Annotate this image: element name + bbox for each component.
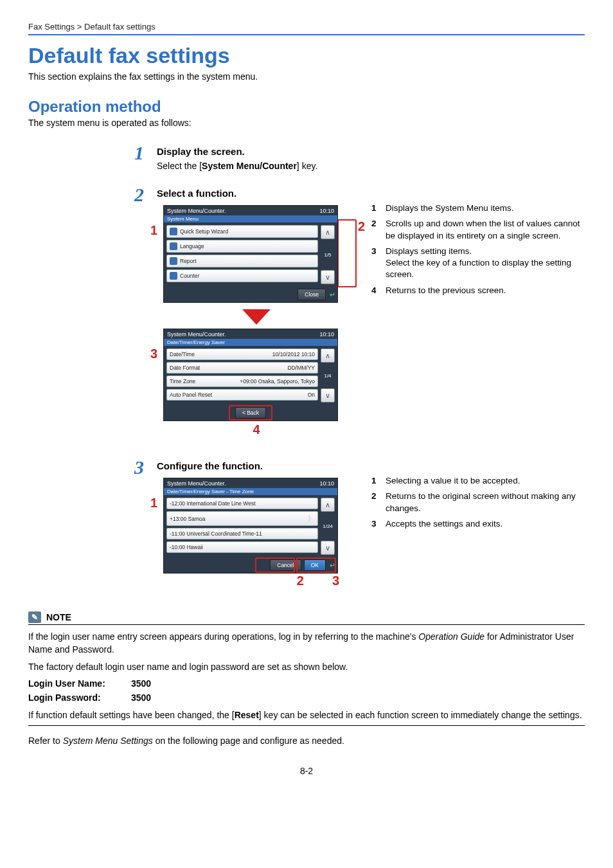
step-number-3: 3	[118, 458, 144, 477]
cancel-button[interactable]: Cancel	[270, 559, 301, 571]
screen3-page-frac: 1/24	[323, 523, 333, 529]
setting-date-time[interactable]: Date/Time10/10/2012 10:10	[166, 348, 318, 360]
screen3-time: 10:10	[319, 480, 334, 487]
page-number: 8-2	[28, 766, 585, 776]
screen2-subtitle: Date/Timer/Energy Saver	[164, 339, 337, 346]
callout-1: 1	[150, 223, 157, 238]
menu-item-language[interactable]: Language	[166, 240, 318, 253]
tz-option-1[interactable]: -12:00 International Date Line West	[166, 498, 318, 509]
note-rule-bottom	[28, 725, 585, 726]
login-pass-value: 3500	[131, 691, 151, 704]
legend-text: Displays the System Menu items.	[386, 203, 585, 214]
screen2-title: System Menu/Counter.	[167, 331, 226, 338]
callout-1b: 1	[150, 496, 157, 511]
legend-text: Returns to the previous screen.	[386, 285, 585, 296]
device-screen-3: System Menu/Counter. 10:10 Date/Timer/En…	[163, 478, 338, 574]
enter-icon: ↵	[330, 291, 335, 299]
menu-item-quick-setup[interactable]: Quick Setup Wizard	[166, 225, 318, 238]
legend-text: Returns to the original screen without m…	[386, 491, 585, 514]
tz-option-3[interactable]: -11:00 Universal Coordinated Time-11	[166, 528, 318, 539]
setting-date-format[interactable]: Date FormatDD/MM/YY	[166, 362, 318, 374]
menu-item-report[interactable]: Report	[166, 255, 318, 267]
note-icon: ✎	[28, 611, 41, 623]
menu-item-counter[interactable]: Counter	[166, 269, 318, 282]
step-number-1: 1	[118, 143, 144, 163]
legend-num: 3	[371, 518, 386, 530]
legend-num: 2	[371, 491, 386, 514]
login-user-value: 3500	[131, 677, 151, 690]
chevron-right-icon: 〉	[308, 514, 315, 523]
screen2-page-frac: 1/4	[324, 373, 331, 379]
scroll-up-button[interactable]: ∧	[321, 225, 335, 239]
ok-button[interactable]: OK	[304, 559, 326, 571]
note-body: If the login user name entry screen appe…	[28, 630, 585, 721]
step-3-heading: Configure the function.	[157, 460, 585, 471]
breadcrumb: Fax Settings > Default fax settings	[28, 22, 585, 32]
callout-3: 3	[150, 347, 157, 361]
login-user-label: Login User Name:	[28, 677, 131, 690]
callout-2b: 2	[297, 574, 304, 588]
legend-num: 3	[371, 246, 386, 281]
scroll-down-button[interactable]: ∨	[321, 541, 335, 555]
down-arrow-icon	[242, 309, 271, 325]
legend-text: Accepts the settings and exits.	[386, 518, 585, 530]
section-subtitle: Operation method	[28, 98, 585, 116]
legend-text: Selecting a value it to be accepted.	[386, 475, 585, 487]
callout-box-2	[337, 219, 357, 287]
device-screen-1: System Menu/Counter. 10:10 System Menu Q…	[163, 205, 338, 303]
scroll-down-button[interactable]: ∨	[321, 270, 335, 284]
screen1-title: System Menu/Counter.	[167, 208, 226, 214]
intro-text: This section explains the fax settings i…	[28, 71, 585, 84]
header-rule	[28, 34, 585, 35]
tz-option-2[interactable]: +13:00 Samoa〉	[166, 511, 318, 526]
legend-text: Displays setting items.Select the key of…	[386, 246, 585, 281]
step-1-text: Select the [System Menu/Counter] key.	[157, 161, 585, 171]
legend-num: 2	[371, 218, 386, 241]
screen1-time: 10:10	[319, 208, 334, 214]
screen3-title: System Menu/Counter.	[167, 480, 226, 487]
scroll-down-button[interactable]: ∨	[321, 388, 335, 402]
screen1-page-frac: 1/5	[324, 252, 331, 258]
step-1-heading: Display the screen.	[157, 146, 585, 157]
scroll-up-button[interactable]: ∧	[321, 348, 335, 363]
callout-2: 2	[358, 219, 365, 234]
callout-3b: 3	[332, 574, 339, 588]
scroll-up-button[interactable]: ∧	[321, 498, 335, 512]
screen3-subtitle: Date/Timer/Energy Saver - Time Zone	[164, 488, 337, 495]
setting-auto-panel-reset[interactable]: Auto Panel ResetOn	[166, 389, 318, 401]
legend-num: 1	[371, 475, 386, 487]
screen1-subtitle: System Menu	[164, 215, 337, 222]
close-button[interactable]: Close	[298, 289, 326, 300]
legend-num: 4	[371, 285, 386, 296]
step-number-2: 2	[118, 185, 144, 204]
subintro-text: The system menu is operated as follows:	[28, 117, 585, 130]
counter-icon	[170, 272, 177, 280]
globe-icon	[170, 242, 177, 250]
page-title: Default fax settings	[28, 43, 585, 68]
device-screen-2: System Menu/Counter. 10:10 Date/Timer/En…	[163, 329, 338, 421]
login-pass-label: Login Password:	[28, 691, 131, 704]
setting-time-zone[interactable]: Time Zone+09:00 Osaka, Sapporo, Tokyo	[166, 375, 318, 387]
screen2-time: 10:10	[319, 331, 334, 338]
note-rule	[28, 624, 585, 625]
callout-4: 4	[253, 422, 260, 437]
legend-text: Scrolls up and down when the list of val…	[386, 218, 585, 241]
closing-text: Refer to System Menu Settings on the fol…	[28, 735, 585, 748]
legend-num: 1	[371, 203, 386, 214]
step-2-heading: Select a function.	[157, 188, 585, 199]
back-button[interactable]: < Back	[235, 407, 266, 419]
enter-icon: ↵	[330, 561, 335, 570]
wizard-icon	[170, 228, 177, 235]
note-heading: ✎ NOTE	[28, 611, 585, 623]
tz-option-4[interactable]: -10:00 Hawaii	[166, 541, 318, 553]
report-icon	[170, 257, 177, 265]
